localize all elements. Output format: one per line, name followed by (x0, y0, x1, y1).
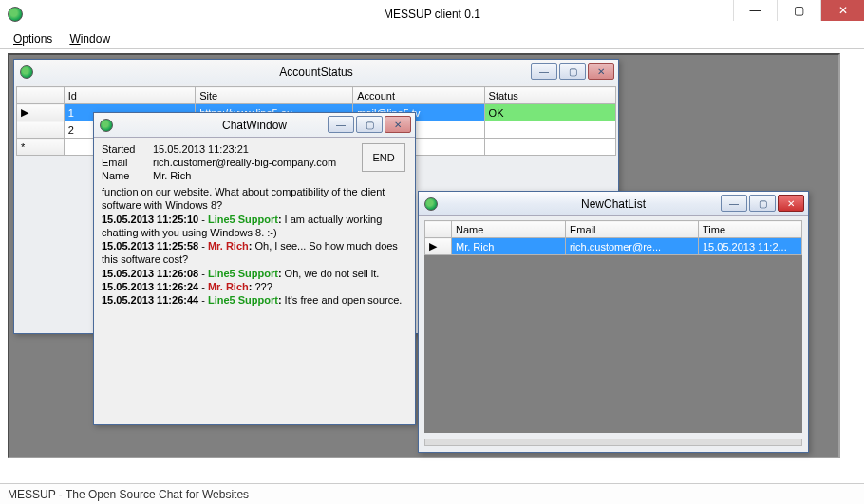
maximize-button[interactable]: ▢ (777, 0, 820, 21)
col-email[interactable]: Email (566, 221, 699, 238)
chat-window-minimize[interactable]: — (328, 116, 354, 133)
new-chat-list-window[interactable]: NewChatList — ▢ ✕ Name Email Time ▶Mr. R… (418, 191, 809, 453)
new-chat-list-minimize[interactable]: — (721, 195, 747, 212)
app-icon (8, 7, 23, 22)
table-row[interactable]: ▶Mr. Richrich.customer@re...15.05.2013 1… (425, 238, 802, 255)
account-status-icon (20, 65, 33, 79)
new-chat-list-footer (424, 439, 802, 446)
col-site[interactable]: Site (196, 87, 353, 104)
account-status-title: AccountStatus (14, 65, 618, 79)
grid-header-row: Id Site Account Status (17, 87, 616, 104)
minimize-button[interactable]: — (733, 0, 777, 21)
col-id[interactable]: Id (64, 87, 195, 104)
end-button[interactable]: END (362, 143, 405, 172)
statusbar: MESSUP - The Open Source Chat for Websit… (0, 483, 864, 504)
new-chat-list-icon (424, 197, 438, 211)
menu-window[interactable]: Window (69, 32, 110, 46)
label-email: Email (102, 157, 153, 168)
label-name: Name (102, 170, 153, 181)
main-titlebar: MESSUP client 0.1 — ▢ ✕ (0, 0, 864, 28)
label-started: Started (102, 143, 153, 155)
new-chat-list-maximize[interactable]: ▢ (749, 195, 776, 212)
menubar: Options Window (0, 28, 864, 49)
chat-window[interactable]: ChatWindow — ▢ ✕ END Started 15.05.2013 … (93, 112, 416, 425)
mdi-client: AccountStatus — ▢ ✕ Id Site Account Stat… (8, 53, 840, 458)
chat-transcript: function on our website. What about comp… (102, 185, 407, 308)
col-time[interactable]: Time (699, 221, 802, 238)
new-chat-list-close[interactable]: ✕ (778, 195, 804, 212)
account-status-close[interactable]: ✕ (588, 63, 614, 80)
statusbar-text: MESSUP - The Open Source Chat for Websit… (8, 488, 249, 501)
col-status[interactable]: Status (484, 87, 615, 104)
new-chat-list-grid[interactable]: Name Email Time ▶Mr. Richrich.customer@r… (424, 220, 802, 255)
chat-window-close[interactable]: ✕ (385, 116, 411, 133)
col-account[interactable]: Account (353, 87, 484, 104)
menu-options[interactable]: Options (13, 32, 52, 46)
chat-window-maximize[interactable]: ▢ (356, 116, 383, 133)
chat-window-icon (100, 119, 113, 132)
account-status-maximize[interactable]: ▢ (559, 63, 586, 80)
account-status-minimize[interactable]: — (531, 63, 557, 80)
grid-header-row: Name Email Time (425, 221, 802, 238)
col-name[interactable]: Name (452, 221, 566, 238)
close-button[interactable]: ✕ (820, 0, 864, 21)
